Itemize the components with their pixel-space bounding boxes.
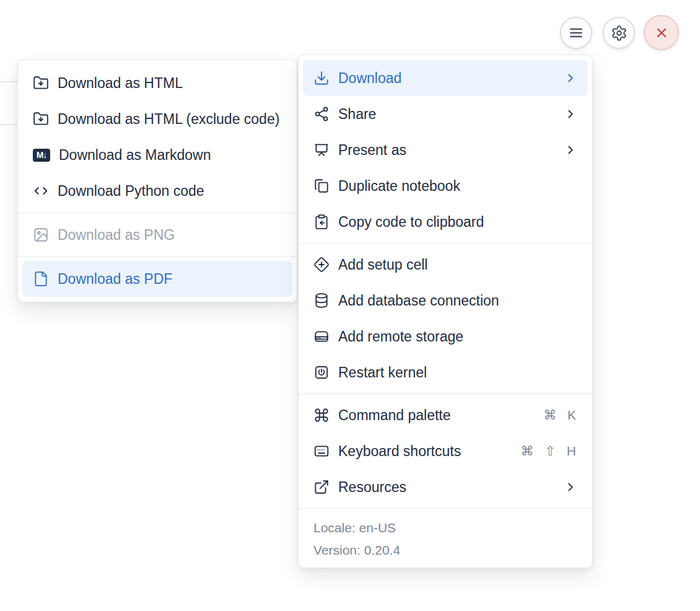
menu-item-label: Download as HTML xyxy=(58,75,183,92)
markdown-icon: M↓ xyxy=(33,149,50,162)
presentation-icon xyxy=(313,142,330,158)
menu-item-add-remote-storage[interactable]: Add remote storage xyxy=(299,319,592,354)
menu-item-label: Download as HTML (exclude code) xyxy=(58,111,279,128)
background-edge-line xyxy=(0,81,18,82)
menu-item-download-as-html[interactable]: Download as HTML xyxy=(18,65,297,101)
storage-icon xyxy=(313,328,330,345)
hamburger-icon xyxy=(568,25,584,41)
chevron-right-icon xyxy=(564,480,577,494)
file-icon xyxy=(33,271,49,287)
menu-item-label: Download as PNG xyxy=(58,227,175,244)
menu-item-download-as-html-exclude-code[interactable]: Download as HTML (exclude code) xyxy=(18,101,297,137)
external-link-icon xyxy=(313,479,330,495)
menu-item-download-as-markdown[interactable]: M↓ Download as Markdown xyxy=(18,137,297,173)
image-icon xyxy=(33,227,49,243)
menu-item-restart-kernel[interactable]: Restart kernel xyxy=(299,354,592,390)
code-icon xyxy=(33,183,49,199)
database-icon xyxy=(313,292,330,309)
menu-separator xyxy=(18,213,297,213)
menu-item-download-as-png[interactable]: Download as PNG xyxy=(18,217,297,253)
menu-item-add-setup-cell[interactable]: Add setup cell xyxy=(299,247,592,283)
menu-item-label: Download Python code xyxy=(58,183,204,200)
menu-item-label: Present as xyxy=(338,142,406,159)
menu-separator xyxy=(299,393,592,394)
menu-item-label: Share xyxy=(338,106,376,123)
diamond-plus-icon xyxy=(313,257,330,273)
chevron-right-icon xyxy=(564,107,577,121)
chevron-right-icon xyxy=(564,71,577,85)
menu-item-label: Command palette xyxy=(338,407,451,424)
notebook-menu-button[interactable] xyxy=(560,17,592,49)
menu-item-share[interactable]: Share xyxy=(299,96,592,132)
menu-item-resources[interactable]: Resources xyxy=(299,469,592,505)
command-icon xyxy=(313,407,330,423)
keyboard-icon xyxy=(313,443,330,459)
menu-item-label: Add remote storage xyxy=(338,328,463,345)
notebook-actions-menu: Download Share Present as Duplicate note… xyxy=(298,55,593,568)
menu-separator xyxy=(18,257,297,257)
menu-item-label: Copy code to clipboard xyxy=(338,214,484,231)
background-edge-line xyxy=(0,124,18,125)
settings-button[interactable] xyxy=(603,17,635,49)
version-text: Version: 0.20.4 xyxy=(313,539,577,561)
menu-item-download-as-pdf[interactable]: Download as PDF xyxy=(22,261,292,297)
clipboard-icon xyxy=(313,214,330,230)
chevron-right-icon xyxy=(564,143,577,157)
close-icon xyxy=(654,25,669,40)
download-submenu: Download as HTML Download as HTML (exclu… xyxy=(17,59,297,302)
share-icon xyxy=(313,106,330,122)
shortcut-label: ⌘ ⇧ H xyxy=(521,444,577,459)
menu-item-label: Duplicate notebook xyxy=(338,178,460,195)
menu-footer: Locale: en-US Version: 0.20.4 xyxy=(299,512,592,563)
menu-item-label: Add setup cell xyxy=(338,257,427,273)
menu-item-label: Resources xyxy=(338,479,406,496)
menu-separator xyxy=(299,508,592,509)
menu-item-label: Download xyxy=(338,70,401,87)
menu-item-duplicate-notebook[interactable]: Duplicate notebook xyxy=(299,168,592,204)
close-app-button[interactable] xyxy=(644,15,679,50)
menu-item-label: Restart kernel xyxy=(338,364,427,381)
copy-icon xyxy=(313,178,330,194)
locale-text: Locale: en-US xyxy=(313,517,577,539)
menu-item-copy-code-to-clipboard[interactable]: Copy code to clipboard xyxy=(299,204,592,240)
menu-item-command-palette[interactable]: Command palette ⌘ K xyxy=(299,397,592,433)
shortcut-label: ⌘ K xyxy=(543,408,577,423)
download-icon xyxy=(313,70,330,86)
menu-item-label: Keyboard shortcuts xyxy=(338,443,461,460)
power-icon xyxy=(313,364,330,380)
menu-separator xyxy=(299,243,592,244)
menu-item-label: Add database connection xyxy=(338,292,499,309)
menu-item-label: Download as Markdown xyxy=(59,147,211,164)
menu-item-present-as[interactable]: Present as xyxy=(299,132,592,168)
menu-item-download-python-code[interactable]: Download Python code xyxy=(18,173,297,209)
folder-download-icon xyxy=(33,111,49,127)
menu-item-download[interactable]: Download xyxy=(303,60,588,96)
menu-item-add-database-connection[interactable]: Add database connection xyxy=(299,283,592,319)
folder-download-icon xyxy=(33,75,49,91)
menu-item-label: Download as PDF xyxy=(58,271,172,288)
menu-item-keyboard-shortcuts[interactable]: Keyboard shortcuts ⌘ ⇧ H xyxy=(299,433,592,469)
gear-icon xyxy=(611,25,628,42)
